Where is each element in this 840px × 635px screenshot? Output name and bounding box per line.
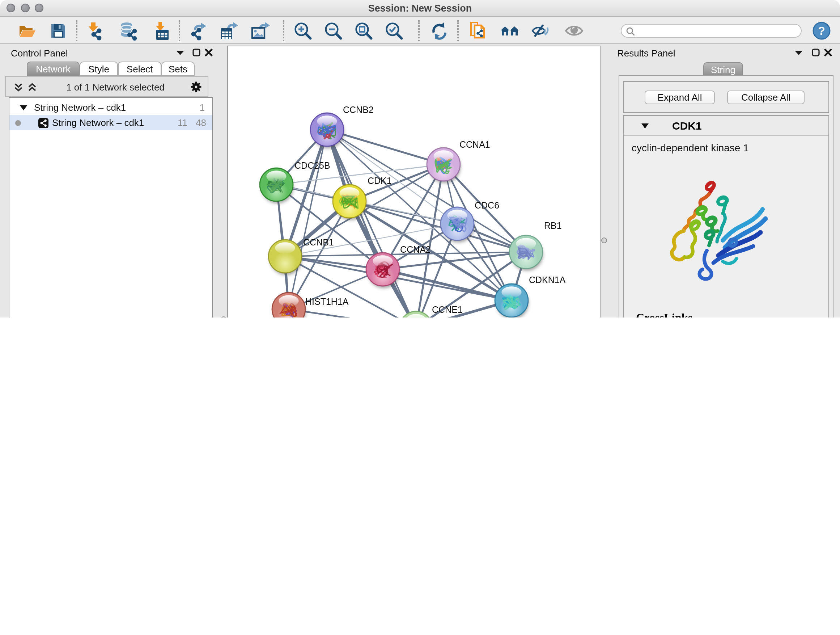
node-label-CDC25B: CDC25B (294, 160, 330, 171)
network-edge[interactable] (349, 201, 526, 252)
network-row[interactable]: String Network – cdk1 11 48 (9, 115, 212, 130)
tab-style[interactable]: Style (80, 62, 118, 76)
toolbar-separator (283, 20, 284, 41)
zoom-out-icon (324, 21, 343, 41)
tab-sets[interactable]: Sets (161, 62, 195, 76)
toolbar-separator (457, 20, 459, 41)
network-current-dot (15, 120, 21, 126)
export-table-button[interactable] (219, 21, 239, 41)
show-details-eye-icon (564, 21, 584, 41)
network-node-HIST1H1A[interactable] (272, 293, 306, 318)
refresh-button[interactable] (430, 21, 449, 41)
node-label-CCNA2: CCNA2 (400, 244, 431, 255)
network-node-CCNA2[interactable] (366, 253, 400, 288)
network-list-toolbar: 1 of 1 Network selected (5, 76, 208, 97)
import-network-icon (85, 21, 104, 41)
node-label-CCNE1: CCNE1 (432, 304, 463, 315)
network-node-CDC6[interactable] (441, 207, 474, 242)
network-edge-count: 48 (196, 117, 206, 128)
network-node-count: 11 (178, 117, 187, 128)
network-selected-status: 1 of 1 Network selected (23, 82, 208, 93)
export-network-icon (189, 21, 208, 41)
control-panel-close-button[interactable] (205, 49, 215, 59)
protein-section: CDK1 cyclin-dependent kinase 1 (623, 115, 829, 318)
toolbar-separator (179, 20, 180, 41)
zoom-selected-icon (384, 21, 404, 41)
title-bar: Session: New Session (0, 0, 840, 17)
results-panel-title: Results Panel (617, 48, 675, 59)
search-icon (626, 27, 635, 36)
results-panel-float-button[interactable] (812, 49, 822, 59)
search-input[interactable] (638, 25, 797, 36)
network-options-gear-icon[interactable] (190, 81, 202, 93)
network-edge[interactable] (289, 309, 416, 318)
node-label-CDC6: CDC6 (475, 200, 499, 211)
node-label-CCNA1: CCNA1 (459, 139, 490, 149)
import-network-database-button[interactable] (118, 21, 138, 41)
import-table-icon (151, 21, 171, 41)
right-splitter-handle[interactable] (601, 238, 607, 243)
network-view[interactable]: CCNB2CCNA1CDC25BCDK1CDC6RB1CCNB1CCNA2CDK… (227, 46, 600, 318)
tab-string[interactable]: String (703, 62, 743, 77)
network-node-RB1[interactable] (509, 235, 543, 271)
tab-network[interactable]: Network (27, 62, 80, 76)
show-graphics-details-button[interactable] (564, 21, 584, 41)
network-canvas[interactable]: CCNB2CCNA1CDC25BCDK1CDC6RB1CCNB1CCNA2CDK… (228, 46, 600, 318)
tab-select[interactable]: Select (118, 62, 161, 76)
clone-network-icon (469, 21, 488, 41)
collapse-all-button[interactable]: Collapse All (727, 90, 805, 104)
protein-expander-icon (641, 123, 649, 129)
node-label-HIST1H1A: HIST1H1A (305, 296, 349, 307)
zoom-out-button[interactable] (324, 21, 343, 41)
results-panel-close-button[interactable] (824, 49, 834, 59)
export-image-button[interactable] (250, 21, 270, 41)
expand-all-button[interactable]: Expand All (645, 90, 715, 104)
zoom-in-button[interactable] (293, 21, 313, 41)
network-edge[interactable] (327, 130, 444, 165)
first-neighbors-button[interactable] (500, 21, 519, 41)
network-node-CCNE1[interactable] (399, 311, 433, 318)
network-node-CCNB1[interactable] (268, 240, 302, 275)
svg-text:?: ? (818, 24, 825, 37)
hide-graphics-details-button[interactable] (531, 21, 551, 41)
protein-section-header[interactable]: CDK1 (624, 116, 829, 136)
open-session-button[interactable] (17, 21, 37, 41)
node-label-CCNB1: CCNB1 (303, 237, 334, 247)
export-network-button[interactable] (189, 21, 208, 41)
import-network-file-button[interactable] (85, 21, 104, 41)
main-toolbar: ? (0, 17, 840, 44)
zoom-selected-button[interactable] (384, 21, 404, 41)
network-row-label: String Network – cdk1 (52, 117, 144, 128)
control-panel-float-button[interactable] (193, 49, 202, 59)
save-icon (49, 21, 68, 41)
left-splitter-handle[interactable] (221, 317, 226, 318)
clone-network-button[interactable] (469, 21, 488, 41)
toolbar-separator (76, 20, 77, 41)
collection-expander-icon (19, 105, 27, 111)
node-label-CDKN1A: CDKN1A (529, 275, 566, 285)
network-node-CCNA1[interactable] (427, 148, 461, 183)
zoom-fit-button[interactable] (354, 21, 373, 41)
window-title: Session: New Session (0, 0, 840, 16)
help-button[interactable]: ? (812, 21, 831, 41)
save-session-button[interactable] (49, 21, 68, 41)
import-table-file-button[interactable] (151, 21, 171, 41)
crosslinks-title: CrossLinks (636, 311, 692, 318)
network-node-CDK1[interactable] (333, 185, 366, 220)
network-edges (276, 130, 526, 318)
export-image-icon (250, 21, 270, 41)
network-node-CDKN1A[interactable] (495, 284, 529, 318)
collection-label: String Network – cdk1 (34, 102, 126, 113)
collapse-all-icon[interactable] (14, 82, 23, 92)
results-panel-menu-button[interactable] (794, 50, 805, 60)
network-node-CDC25B[interactable] (260, 168, 294, 203)
network-tree: String Network – cdk1 1 String Network –… (9, 97, 213, 318)
houses-icon (500, 21, 519, 41)
network-collection-row[interactable]: String Network – cdk1 1 (9, 100, 212, 115)
search-field[interactable] (621, 24, 802, 38)
network-nodes (260, 113, 543, 318)
collection-count: 1 (200, 102, 205, 113)
help-icon: ? (812, 21, 831, 41)
control-panel-menu-button[interactable] (176, 50, 186, 60)
export-table-icon (219, 21, 239, 41)
